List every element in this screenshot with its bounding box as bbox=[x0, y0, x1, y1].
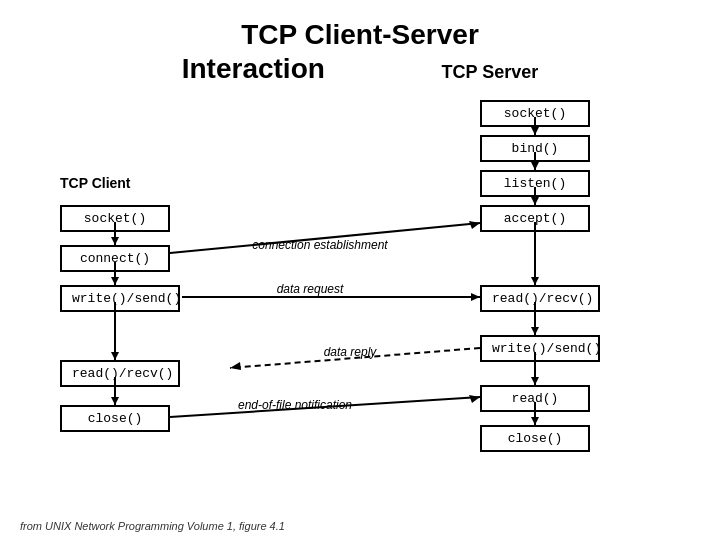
server-close-box: close() bbox=[480, 425, 590, 452]
svg-marker-19 bbox=[111, 352, 119, 360]
svg-marker-7 bbox=[531, 277, 539, 285]
svg-marker-25 bbox=[471, 293, 480, 301]
data-request-label: data request bbox=[245, 282, 375, 296]
svg-marker-23 bbox=[469, 221, 480, 229]
client-close-box: close() bbox=[60, 405, 170, 432]
connection-establishment-label: connection establishment bbox=[220, 238, 420, 252]
svg-marker-11 bbox=[531, 377, 539, 385]
svg-marker-27 bbox=[230, 362, 241, 370]
client-socket-box: socket() bbox=[60, 205, 170, 232]
page-title: TCP Client-Server Interaction TCP Server bbox=[0, 0, 720, 85]
tcp-client-label: TCP Client bbox=[60, 175, 131, 191]
svg-marker-9 bbox=[531, 327, 539, 335]
server-read-recv-box: read()/recv() bbox=[480, 285, 600, 312]
svg-marker-1 bbox=[531, 127, 539, 135]
svg-marker-15 bbox=[111, 237, 119, 245]
server-bind-box: bind() bbox=[480, 135, 590, 162]
end-of-file-label: end-of-file notification bbox=[195, 398, 395, 412]
page: TCP Client-Server Interaction TCP Server… bbox=[0, 0, 720, 540]
svg-marker-5 bbox=[531, 197, 539, 205]
server-listen-box: listen() bbox=[480, 170, 590, 197]
svg-marker-3 bbox=[531, 162, 539, 170]
footnote: from UNIX Network Programming Volume 1, … bbox=[20, 520, 285, 532]
svg-marker-13 bbox=[531, 417, 539, 425]
server-accept-box: accept() bbox=[480, 205, 590, 232]
server-socket-box: socket() bbox=[480, 100, 590, 127]
svg-marker-29 bbox=[469, 395, 480, 403]
svg-marker-17 bbox=[111, 277, 119, 285]
diagram-area: TCP Client socket() bind() listen() acce… bbox=[0, 90, 720, 510]
client-read-recv-box: read()/recv() bbox=[60, 360, 180, 387]
server-write-send-box: write()/send() bbox=[480, 335, 600, 362]
tcp-server-label: TCP Server bbox=[442, 62, 539, 82]
svg-marker-21 bbox=[111, 397, 119, 405]
client-write-send-box: write()/send() bbox=[60, 285, 180, 312]
server-read-box: read() bbox=[480, 385, 590, 412]
data-reply-label: data reply bbox=[295, 345, 405, 359]
client-connect-box: connect() bbox=[60, 245, 170, 272]
